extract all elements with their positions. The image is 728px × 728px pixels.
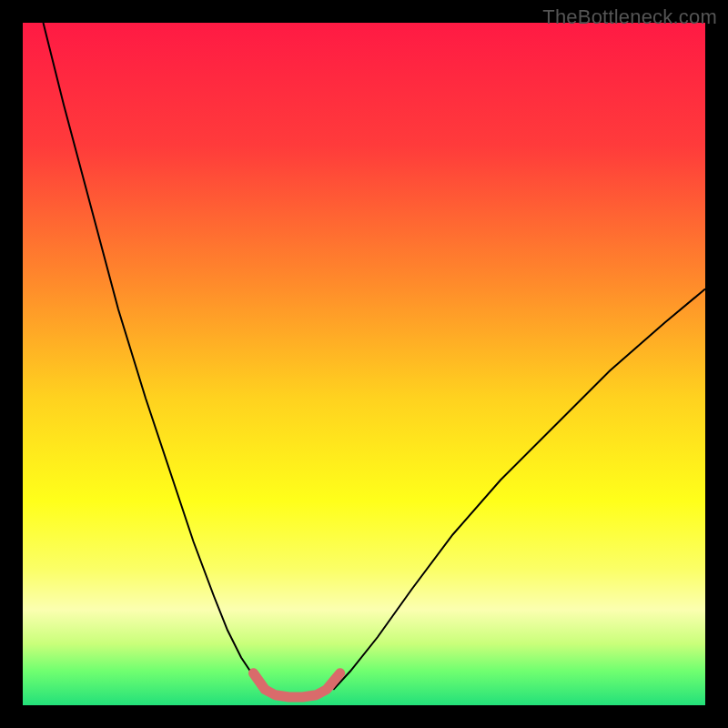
watermark-label: TheBottleneck.com [542,5,717,29]
plot-svg [23,23,705,705]
gradient-background [23,23,705,705]
plot-area [23,23,705,705]
chart-frame: TheBottleneck.com [0,0,728,728]
